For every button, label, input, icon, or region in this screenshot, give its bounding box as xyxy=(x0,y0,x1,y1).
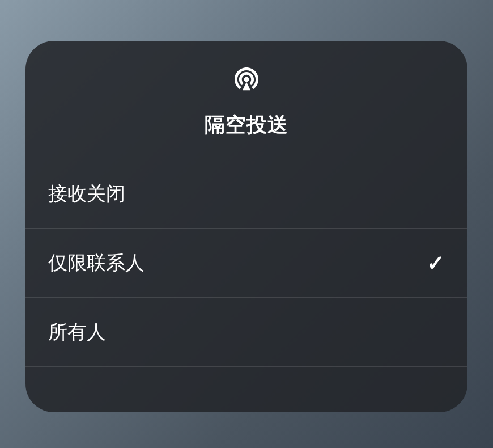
airdrop-icon xyxy=(231,64,262,95)
option-label: 仅限联系人 xyxy=(48,250,144,276)
option-label: 接收关闭 xyxy=(48,181,125,207)
option-contacts-only[interactable]: 仅限联系人 ✓ xyxy=(26,229,468,298)
airdrop-settings-panel: 隔空投送 接收关闭 ✓ 仅限联系人 ✓ 所有人 ✓ xyxy=(26,41,468,412)
options-list: 接收关闭 ✓ 仅限联系人 ✓ 所有人 ✓ xyxy=(26,159,468,412)
option-receiving-off[interactable]: 接收关闭 ✓ xyxy=(26,159,468,229)
option-everyone[interactable]: 所有人 ✓ xyxy=(26,298,468,367)
checkmark-icon: ✓ xyxy=(427,251,445,276)
option-label: 所有人 xyxy=(48,319,106,345)
panel-header: 隔空投送 xyxy=(26,41,468,159)
svg-point-0 xyxy=(244,77,249,82)
panel-title: 隔空投送 xyxy=(205,111,288,139)
